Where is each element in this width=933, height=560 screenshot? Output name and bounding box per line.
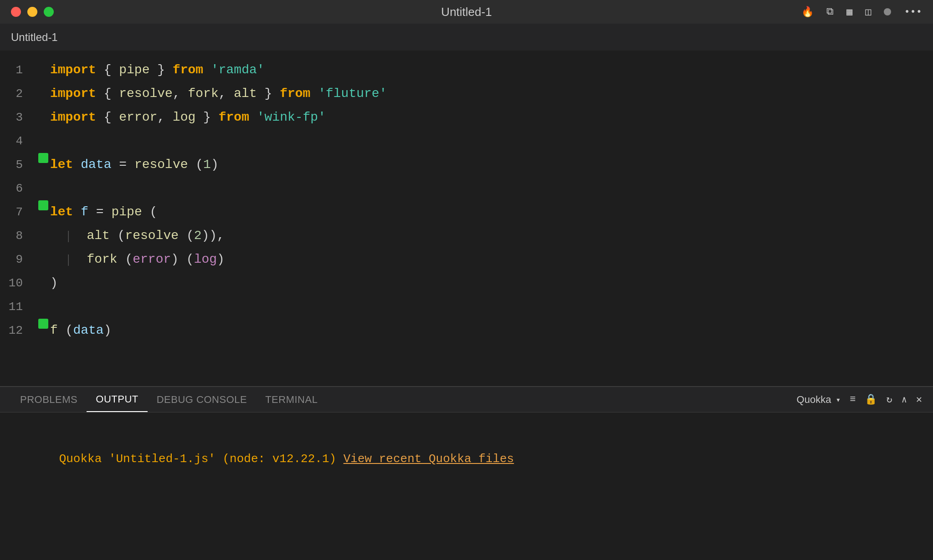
line-code-3: import { error, log } from 'wink-fp' xyxy=(50,106,326,129)
tab-terminal[interactable]: TERMINAL xyxy=(256,387,327,412)
window-controls xyxy=(11,7,54,17)
editor-area: 1 import { pipe } from 'ramda' 2 import … xyxy=(0,51,933,386)
panel-actions: Quokka ▾ ≡ 🔒 ↻ ∧ ✕ xyxy=(797,393,922,406)
output-text: Quokka 'Untitled-1.js' (node: v12.22.1) xyxy=(59,452,343,466)
output-content: Quokka 'Untitled-1.js' (node: v12.22.1) … xyxy=(0,412,933,560)
line-indicator-7 xyxy=(36,200,50,210)
line-number-3: 3 xyxy=(0,106,36,129)
line-number-4: 4 xyxy=(0,129,36,153)
line-code-8: │ alt (resolve (2)), xyxy=(50,224,225,249)
output-line-2 xyxy=(16,494,917,560)
editor-tab[interactable]: Untitled-1 xyxy=(11,31,58,44)
code-line-3: 3 import { error, log } from 'wink-fp' xyxy=(0,106,925,129)
titlebar-actions: 🔥 ⧉ ▦ ◫ ••• xyxy=(801,6,922,18)
status-dot xyxy=(884,8,891,15)
line-code-5: let data = resolve (1) xyxy=(50,153,219,177)
code-line-12: 12 f (data) xyxy=(0,319,925,342)
chevron-down-icon: ▾ xyxy=(836,395,841,405)
output-link[interactable]: View recent Quokka files xyxy=(343,452,514,466)
editor-tabbar: Untitled-1 xyxy=(0,24,933,51)
code-line-8: 8 │ alt (resolve (2)), xyxy=(0,224,925,248)
quokka-indicator-5 xyxy=(38,153,48,163)
line-number-1: 1 xyxy=(0,58,36,82)
quokka-indicator-12 xyxy=(38,319,48,329)
line-number-10: 10 xyxy=(0,271,36,295)
quokka-indicator-7 xyxy=(38,200,48,210)
line-number-2: 2 xyxy=(0,82,36,106)
line-number-8: 8 xyxy=(0,224,36,248)
code-line-6: 6 xyxy=(0,177,925,200)
tab-problems[interactable]: PROBLEMS xyxy=(11,387,87,412)
line-number-5: 5 xyxy=(0,153,36,177)
code-line-4: 4 xyxy=(0,129,925,153)
code-line-11: 11 xyxy=(0,295,925,319)
refresh-icon[interactable]: ↻ xyxy=(886,393,892,406)
editor-scrollbar[interactable] xyxy=(925,51,933,386)
titlebar: Untitled-1 🔥 ⧉ ▦ ◫ ••• xyxy=(0,0,933,24)
line-code-9: │ fork (error) (log) xyxy=(50,248,225,272)
lock-icon[interactable]: 🔒 xyxy=(865,393,877,406)
line-number-7: 7 xyxy=(0,200,36,224)
output-line-1: Quokka 'Untitled-1.js' (node: v12.22.1) … xyxy=(16,423,917,494)
window-title: Untitled-1 xyxy=(441,5,492,19)
close-button[interactable] xyxy=(11,7,21,17)
code-line-5: 5 let data = resolve (1) xyxy=(0,153,925,177)
close-panel-button[interactable]: ✕ xyxy=(916,393,922,406)
line-number-6: 6 xyxy=(0,177,36,200)
more-icon[interactable]: ••• xyxy=(904,6,922,18)
line-number-11: 11 xyxy=(0,295,36,319)
layout-icon[interactable]: ▦ xyxy=(846,6,852,18)
flame-icon[interactable]: 🔥 xyxy=(801,6,814,18)
bottom-panel: PROBLEMS OUTPUT DEBUG CONSOLE TERMINAL Q… xyxy=(0,387,933,560)
code-line-10: 10 ) xyxy=(0,271,925,295)
code-line-7: 7 let f = pipe ( xyxy=(0,200,925,224)
line-code-2: import { resolve, fork, alt } from 'flut… xyxy=(50,82,387,106)
sidebar-icon[interactable]: ◫ xyxy=(865,6,871,18)
line-number-12: 12 xyxy=(0,319,36,342)
list-icon[interactable]: ≡ xyxy=(850,394,856,405)
split-icon[interactable]: ⧉ xyxy=(826,6,834,18)
line-number-9: 9 xyxy=(0,248,36,271)
line-code-10: ) xyxy=(50,271,58,295)
code-line-9: 9 │ fork (error) (log) xyxy=(0,248,925,271)
output-source-label: Quokka xyxy=(797,394,831,406)
line-indicator-5 xyxy=(36,153,50,163)
code-line-1: 1 import { pipe } from 'ramda' xyxy=(0,58,925,82)
line-code-7: let f = pipe ( xyxy=(50,200,157,224)
maximize-button[interactable] xyxy=(44,7,54,17)
output-source-select[interactable]: Quokka ▾ xyxy=(797,394,841,406)
tab-debug-console[interactable]: DEBUG CONSOLE xyxy=(148,387,256,412)
line-code-1: import { pipe } from 'ramda' xyxy=(50,58,265,82)
panel-tabbar: PROBLEMS OUTPUT DEBUG CONSOLE TERMINAL Q… xyxy=(0,387,933,412)
line-code-12: f (data) xyxy=(50,319,111,342)
tab-output[interactable]: OUTPUT xyxy=(87,387,147,412)
minimize-button[interactable] xyxy=(27,7,37,17)
code-line-2: 2 import { resolve, fork, alt } from 'fl… xyxy=(0,82,925,106)
chevron-up-icon[interactable]: ∧ xyxy=(902,394,907,405)
line-indicator-12 xyxy=(36,319,50,329)
code-editor[interactable]: 1 import { pipe } from 'ramda' 2 import … xyxy=(0,51,925,386)
